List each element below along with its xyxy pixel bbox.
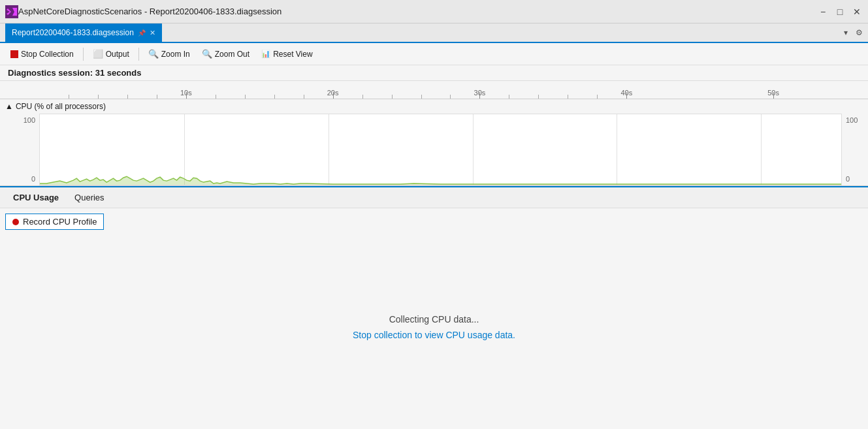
collecting-text: Collecting CPU data... (389, 314, 479, 325)
title-bar: AspNetCoreDiagnosticScenarios - Report20… (0, 0, 868, 24)
ruler-minor-tick (509, 95, 509, 99)
stop-collection-link[interactable]: Stop collection to view CPU usage data. (353, 330, 515, 340)
ruler-minor-tick (157, 95, 157, 99)
zoom-in-icon: 🔍 (148, 49, 159, 59)
status-bar: Diagnostics session: 31 seconds (0, 65, 868, 81)
center-message: Collecting CPU data... Stop collection t… (5, 230, 863, 424)
ruler-minor-tick (568, 95, 568, 99)
toolbar-separator-1 (83, 48, 84, 61)
minimize-button[interactable]: − (817, 6, 829, 18)
tab-label: Report20200406-1833.diagsession (12, 28, 134, 37)
ruler-tick-10s (186, 92, 187, 99)
triangle-icon: ▲ (5, 102, 13, 111)
ruler-tick-30s (479, 92, 480, 99)
tab-bar: Report20200406-1833.diagsession 📌 ✕ ▾ ⚙ (0, 24, 868, 43)
svg-marker-0 (40, 176, 841, 185)
cpu-chart-svg (40, 114, 841, 185)
y-min-left: 0 (31, 175, 35, 183)
toolbar: Stop Collection ⬜ Output 🔍 Zoom In 🔍 Zoo… (0, 43, 868, 65)
ruler-minor-tick (69, 95, 69, 99)
tab-cpu-usage[interactable]: CPU Usage (5, 190, 67, 205)
y-max-left: 100 (24, 116, 35, 124)
maximize-button[interactable]: □ (834, 6, 846, 18)
record-dot-icon (12, 219, 19, 225)
reset-view-icon: 📊 (261, 50, 270, 58)
output-label: Output (106, 50, 129, 59)
pin-icon[interactable]: 📌 (138, 29, 146, 37)
output-button[interactable]: ⬜ Output (88, 46, 135, 63)
zoom-out-button[interactable]: 🔍 Zoom Out (197, 46, 255, 63)
ruler-minor-tick (216, 95, 216, 99)
stop-collection-label: Stop Collection (21, 50, 74, 59)
chart-canvas[interactable] (39, 114, 842, 185)
ruler-minor-tick (304, 95, 304, 99)
ruler-minor-tick (392, 95, 393, 99)
ruler-minor-tick (538, 95, 539, 99)
close-button[interactable]: ✕ (851, 6, 863, 18)
report-tab[interactable]: Report20200406-1833.diagsession 📌 ✕ (5, 24, 162, 42)
ruler-track: 10s 20s 30s 40s 50s (39, 81, 855, 99)
output-icon: ⬜ (93, 49, 103, 59)
tab-queries[interactable]: Queries (67, 190, 112, 205)
ruler-ticks: 10s 20s 30s 40s 50s (39, 81, 855, 99)
ruler-minor-tick (274, 95, 275, 99)
tab-dropdown-button[interactable]: ▾ (839, 26, 852, 39)
stop-icon (10, 50, 18, 58)
record-cpu-profile-label: Record CPU Profile (23, 217, 97, 227)
chart-title: CPU (% of all processors) (16, 102, 106, 111)
cpu-chart-section: ▲ CPU (% of all processors) 100 0 100 0 (0, 99, 868, 186)
bottom-tabs-row: CPU Usage Queries (0, 187, 868, 208)
chart-title-row: ▲ CPU (% of all processors) (0, 99, 868, 114)
tab-close-icon[interactable]: ✕ (150, 29, 155, 37)
ruler-minor-tick (421, 95, 422, 99)
tab-controls: ▾ ⚙ (839, 24, 868, 42)
chart-y-axis-left: 100 0 (0, 114, 39, 185)
reset-view-label: Reset View (273, 50, 312, 59)
window-controls: − □ ✕ (817, 6, 863, 18)
vs-icon (5, 5, 18, 18)
app-title: AspNetCoreDiagnosticScenarios - Report20… (18, 7, 817, 16)
tab-settings-button[interactable]: ⚙ (852, 26, 865, 39)
zoom-out-label: Zoom Out (215, 50, 249, 59)
stop-collection-button[interactable]: Stop Collection (5, 46, 79, 63)
toolbar-separator-2 (138, 48, 139, 61)
zoom-in-button[interactable]: 🔍 Zoom In (143, 46, 195, 63)
ruler-minor-tick (597, 95, 598, 99)
timeline-ruler: 10s 20s 30s 40s 50s (0, 81, 868, 99)
ruler-minor-tick (245, 95, 246, 99)
y-max-right: 100 (846, 116, 858, 124)
chart-y-axis-right: 100 0 (842, 114, 868, 185)
ruler-tick-40s (626, 92, 627, 99)
zoom-out-icon: 🔍 (202, 49, 212, 59)
chart-body: 100 0 100 0 (0, 114, 868, 185)
reset-view-button[interactable]: 📊 Reset View (256, 46, 317, 63)
ruler-tick-20s (333, 92, 334, 99)
zoom-in-label: Zoom In (161, 50, 190, 59)
ruler-minor-tick (450, 95, 451, 99)
ruler-tick-50s (773, 92, 774, 99)
ruler-minor-tick (127, 95, 128, 99)
session-status: Diagnostics session: 31 seconds (8, 68, 141, 78)
y-min-right: 0 (846, 175, 850, 183)
bottom-section: CPU Usage Queries Record CPU Profile Col… (0, 186, 868, 429)
content-area: Record CPU Profile Collecting CPU data..… (0, 208, 868, 429)
ruler-minor-tick (98, 95, 99, 99)
ruler-minor-tick (362, 95, 363, 99)
record-cpu-profile-button[interactable]: Record CPU Profile (5, 214, 104, 230)
